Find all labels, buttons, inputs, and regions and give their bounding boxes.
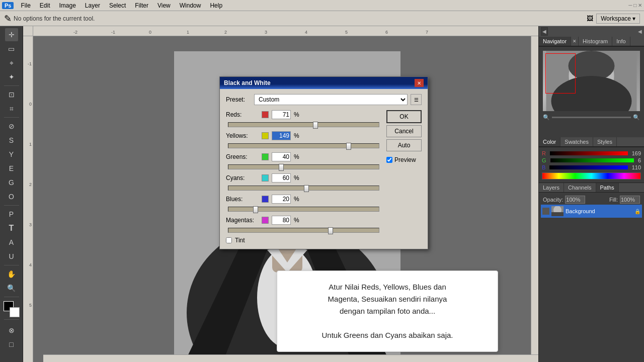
h-scrollbar[interactable]: [43, 354, 538, 362]
zoom-in-icon[interactable]: 🔍: [633, 114, 640, 121]
v-scrollbar[interactable]: [531, 36, 538, 354]
green-value-row: G 6: [542, 157, 641, 163]
menu-window[interactable]: Window: [176, 1, 205, 10]
auto-button[interactable]: Auto: [386, 139, 422, 151]
zoom-tool[interactable]: 🔍: [5, 282, 18, 295]
menu-layer[interactable]: Layer: [81, 1, 104, 10]
tab-styles[interactable]: Styles: [593, 137, 617, 146]
dialog-title-bar[interactable]: Black and White ✕: [220, 77, 428, 89]
marquee-tool[interactable]: ▭: [5, 42, 18, 55]
greens-slider-track[interactable]: [228, 164, 379, 169]
active-tool-icon[interactable]: ✎: [4, 13, 12, 24]
gradient-tool[interactable]: G: [5, 176, 18, 189]
tab-histogram[interactable]: Histogram: [579, 37, 612, 46]
clone-stamp-tool[interactable]: S: [5, 134, 18, 147]
magentas-value-input[interactable]: [272, 216, 291, 225]
cyans-pct: %: [294, 174, 302, 182]
move-tool[interactable]: ✛: [5, 28, 18, 41]
tab-swatches[interactable]: Swatches: [560, 137, 593, 146]
cyans-value-input[interactable]: [272, 173, 291, 183]
crop-tool[interactable]: ⊡: [5, 88, 18, 101]
color-boxes[interactable]: [4, 301, 20, 317]
eyedropper-tool[interactable]: ⌗: [5, 102, 18, 115]
background-color[interactable]: [10, 307, 20, 317]
blues-color-dot: [262, 196, 269, 203]
reds-slider-thumb[interactable]: [313, 122, 318, 129]
menu-filter[interactable]: Filter: [131, 1, 152, 10]
cancel-button[interactable]: Cancel: [386, 125, 422, 137]
panels-collapse-btn[interactable]: ◀: [541, 27, 548, 36]
blues-slider-thumb[interactable]: [253, 206, 258, 213]
greens-pct: %: [294, 153, 302, 160]
menu-bar: Ps File Edit Image Layer Select Filter V…: [0, 0, 644, 11]
reds-value-input[interactable]: [272, 110, 291, 119]
quick-mask-mode[interactable]: ⊗: [5, 324, 18, 337]
preview-checkbox[interactable]: [386, 157, 392, 163]
tab-navigator-close[interactable]: ✕: [571, 37, 579, 46]
brush-tool[interactable]: ⊘: [5, 120, 18, 133]
tint-row: Tint: [226, 237, 381, 244]
navigator-zoom-slider[interactable]: [552, 117, 631, 118]
preset-options-button[interactable]: ☰: [411, 94, 422, 105]
tint-checkbox[interactable]: [226, 237, 232, 243]
zoom-out-icon[interactable]: 🔍: [543, 114, 550, 121]
blues-row: Blues: %: [226, 195, 381, 204]
screen-mode[interactable]: □: [5, 338, 18, 351]
ok-button[interactable]: OK: [386, 110, 422, 123]
menu-help[interactable]: Help: [206, 1, 226, 10]
magentas-slider-track[interactable]: [228, 228, 379, 233]
shape-tool[interactable]: U: [5, 250, 18, 263]
cyans-slider-track[interactable]: [228, 186, 379, 191]
blue-value-row: B 110: [542, 164, 641, 170]
reds-slider-track[interactable]: [228, 122, 379, 127]
pen-tool[interactable]: P: [5, 208, 18, 221]
blues-value-input[interactable]: [272, 195, 291, 204]
eraser-tool[interactable]: E: [5, 162, 18, 175]
tab-layers[interactable]: Layers: [539, 183, 564, 192]
dialog-buttons: OK Cancel Auto Preview: [386, 110, 422, 244]
menu-view[interactable]: View: [153, 1, 175, 10]
g-value: 6: [638, 157, 641, 163]
tab-color[interactable]: Color: [539, 137, 560, 146]
tab-channels[interactable]: Channels: [564, 183, 596, 192]
dialog-close-button[interactable]: ✕: [415, 79, 424, 87]
text-tool[interactable]: T: [5, 222, 18, 235]
layer-row-background[interactable]: Background 🔒: [541, 205, 642, 218]
history-brush-tool[interactable]: Y: [5, 148, 18, 161]
menu-image[interactable]: Image: [55, 1, 80, 10]
menu-file[interactable]: File: [17, 1, 34, 10]
reds-row: Reds: %: [226, 110, 381, 119]
yellows-slider-thumb[interactable]: [346, 143, 351, 150]
preset-label: Preset:: [226, 96, 251, 103]
color-spectrum[interactable]: [542, 172, 641, 179]
opacity-input[interactable]: [565, 196, 585, 204]
tooltip-box: Atur Nilai Reds, Yellows, Blues dan Mage…: [277, 270, 498, 352]
preset-select[interactable]: Custom Default High Contrast: [254, 94, 408, 105]
menu-edit[interactable]: Edit: [36, 1, 54, 10]
panels-expand-btn[interactable]: ◀: [638, 29, 642, 34]
magic-wand-tool[interactable]: ✦: [5, 70, 18, 83]
magentas-slider-thumb[interactable]: [328, 227, 333, 234]
workspace-button[interactable]: Workspace ▾: [596, 14, 640, 24]
hand-tool[interactable]: ✋: [5, 267, 18, 281]
blues-slider-track[interactable]: [228, 207, 379, 212]
tab-info[interactable]: Info: [612, 37, 630, 46]
lasso-tool[interactable]: ⌖: [5, 56, 18, 69]
layer-visibility-icon[interactable]: [542, 208, 549, 215]
blues-pct: %: [294, 196, 302, 203]
yellows-slider-track[interactable]: [228, 143, 379, 148]
path-selection-tool[interactable]: A: [5, 236, 18, 249]
menu-select[interactable]: Select: [105, 1, 130, 10]
magentas-label: Magentas:: [226, 217, 259, 224]
cyans-slider-thumb[interactable]: [304, 185, 309, 192]
paths-panel-body: Opacity: Fill: Background: [539, 193, 644, 220]
dodge-tool[interactable]: O: [5, 190, 18, 203]
paths-section: Layers Channels Paths Opacity: Fill:: [539, 183, 644, 220]
greens-value-input[interactable]: [272, 152, 291, 161]
tab-paths[interactable]: Paths: [596, 183, 619, 192]
fill-input[interactable]: [620, 196, 640, 204]
layer-thumbnail: [551, 206, 564, 216]
yellows-value-input[interactable]: [272, 131, 291, 140]
tab-navigator[interactable]: Navigator: [539, 37, 571, 46]
greens-slider-thumb[interactable]: [279, 164, 284, 171]
